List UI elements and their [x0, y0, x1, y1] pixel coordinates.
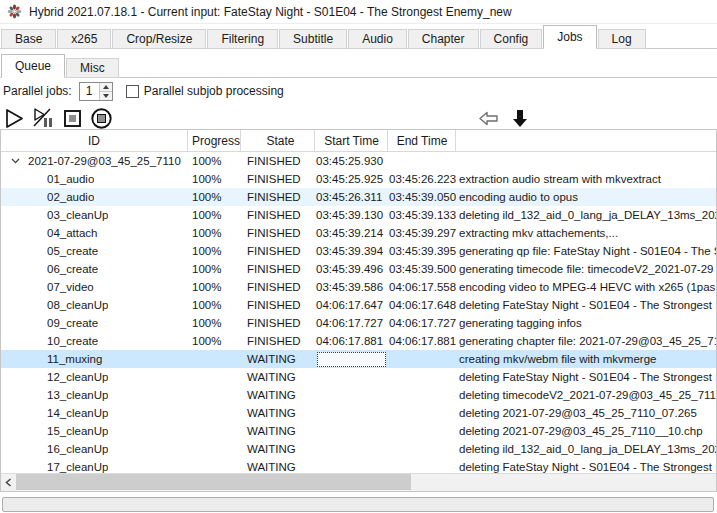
job-row[interactable]: 2021-07-29@03_45_25_7110100%FINISHED03:4…	[1, 152, 716, 170]
job-end-time-cell	[388, 422, 456, 440]
job-id: 11_muxing	[47, 353, 102, 365]
job-row[interactable]: 15_cleanUpWAITINGdeleting 2021-07-29@03_…	[1, 422, 716, 440]
job-end-time-cell: 03:45:39.395	[388, 242, 456, 260]
job-id-cell: 01_audio	[1, 170, 188, 188]
horizontal-scrollbar[interactable]	[1, 473, 716, 491]
job-row[interactable]: 06_create100%FINISHED03:45:39.49603:45:3…	[1, 260, 716, 278]
job-row[interactable]: 09_create100%FINISHED04:06:17.72704:06:1…	[1, 314, 716, 332]
tab-x265[interactable]: x265	[57, 29, 111, 49]
job-state-cell: FINISHED	[241, 152, 315, 170]
job-id-cell: 16_cleanUp	[1, 440, 188, 458]
parallel-subjob-label: Parallel subjob processing	[144, 84, 284, 98]
job-id: 03_cleanUp	[47, 209, 108, 221]
pause-resume-queue-button[interactable]	[31, 107, 55, 131]
start-queue-button[interactable]	[2, 107, 26, 131]
arrow-left-icon[interactable]	[477, 107, 500, 130]
job-id: 02_audio	[47, 191, 94, 203]
job-state-cell: WAITING	[241, 350, 315, 368]
job-start-time-cell: 03:45:39.214	[315, 224, 388, 242]
tab-config[interactable]: Config	[480, 29, 543, 49]
job-row[interactable]: 14_cleanUpWAITINGdeleting 2021-07-29@03_…	[1, 404, 716, 422]
job-progress-cell	[188, 368, 241, 386]
tab-subtitle[interactable]: Subtitle	[279, 29, 347, 49]
job-row[interactable]: 16_cleanUpWAITINGdeleting ild_132_aid_0_…	[1, 440, 716, 458]
job-id: 01_audio	[47, 173, 94, 185]
job-progress-cell: 100%	[188, 332, 241, 350]
job-state-cell: FINISHED	[241, 224, 315, 242]
column-header-progress[interactable]: Progress	[188, 130, 241, 151]
column-header-end-time[interactable]: End Time	[388, 130, 456, 151]
tab-crop-resize[interactable]: Crop/Resize	[112, 29, 206, 49]
job-id: 16_cleanUp	[47, 443, 108, 455]
arrow-down-icon[interactable]	[509, 107, 532, 130]
job-id-cell: 05_create	[1, 242, 188, 260]
subtab-queue[interactable]: Queue	[1, 54, 65, 78]
job-id: 13_cleanUp	[47, 389, 108, 401]
job-id: 05_create	[47, 245, 98, 257]
chevron-down-icon[interactable]	[11, 158, 20, 164]
job-description-cell: deleting ild_132_aid_0_lang_ja_DELAY_13m…	[456, 440, 716, 458]
jobs-table: IDProgressStateStart TimeEnd Time 2021-0…	[0, 129, 717, 492]
column-header-start-time[interactable]: Start Time	[315, 130, 388, 151]
window-title: Hybrid 2021.07.18.1 - Current input: Fat…	[29, 5, 512, 19]
job-id: 17_cleanUp	[47, 461, 108, 473]
parallel-subjob-checkbox[interactable]	[126, 85, 139, 98]
job-state-cell: WAITING	[241, 368, 315, 386]
job-id: 12_cleanUp	[47, 371, 108, 383]
job-progress-cell: 100%	[188, 242, 241, 260]
job-state-cell: FINISHED	[241, 332, 315, 350]
job-id: 15_cleanUp	[47, 425, 108, 437]
job-end-time-cell: 03:45:26.223	[388, 170, 456, 188]
job-state-cell: FINISHED	[241, 296, 315, 314]
tab-filtering[interactable]: Filtering	[207, 29, 278, 49]
job-row[interactable]: 05_create100%FINISHED03:45:39.39403:45:3…	[1, 242, 716, 260]
tab-base[interactable]: Base	[1, 29, 56, 49]
job-state-cell: FINISHED	[241, 242, 315, 260]
tab-audio[interactable]: Audio	[348, 29, 407, 49]
job-progress-cell	[188, 404, 241, 422]
focused-cell-outline[interactable]	[317, 352, 386, 367]
job-end-time-cell: 03:45:39.297	[388, 224, 456, 242]
job-description-cell: creating mkv/webm file with mkvmerge	[456, 350, 716, 368]
job-id-cell: 12_cleanUp	[1, 368, 188, 386]
tab-chapter[interactable]: Chapter	[408, 29, 479, 49]
job-id-cell: 10_create	[1, 332, 188, 350]
job-id: 14_cleanUp	[47, 407, 108, 419]
job-description-cell: generating timecode file: timecodeV2_202…	[456, 260, 716, 278]
tab-log[interactable]: Log	[598, 29, 646, 49]
job-start-time-cell	[315, 368, 388, 386]
job-id-cell: 02_audio	[1, 188, 188, 206]
hybrid-window: Hybrid 2021.07.18.1 - Current input: Fat…	[0, 0, 717, 513]
column-header-id[interactable]: ID	[1, 130, 188, 151]
job-row[interactable]: 10_create100%FINISHED04:06:17.88104:06:1…	[1, 332, 716, 350]
job-end-time-cell: 04:06:17.727	[388, 314, 456, 332]
scroll-left-button[interactable]	[1, 474, 16, 490]
tab-jobs[interactable]: Jobs	[543, 25, 596, 49]
job-progress-cell: 100%	[188, 278, 241, 296]
job-row[interactable]: 02_audio100%FINISHED03:45:26.31103:45:39…	[1, 188, 716, 206]
parallel-jobs-value[interactable]: 1	[80, 83, 99, 100]
bottom-progress-bar	[2, 497, 714, 512]
job-row[interactable]: 04_attach100%FINISHED03:45:39.21403:45:3…	[1, 224, 716, 242]
job-row[interactable]: 03_cleanUp100%FINISHED03:45:39.13003:45:…	[1, 206, 716, 224]
job-row[interactable]: 13_cleanUpWAITINGdeleting timecodeV2_202…	[1, 386, 716, 404]
parallel-jobs-spinner[interactable]: 1	[79, 82, 113, 101]
stop-queue-button[interactable]	[60, 107, 84, 131]
job-row[interactable]: 01_audio100%FINISHED03:45:25.92503:45:26…	[1, 170, 716, 188]
spin-up-icon[interactable]	[100, 83, 112, 92]
job-row[interactable]: 08_cleanUp100%FINISHED04:06:17.64704:06:…	[1, 296, 716, 314]
queue-controls: Parallel jobs: 1 Parallel subjob process…	[0, 80, 717, 102]
column-header-state[interactable]: State	[241, 130, 315, 151]
job-row[interactable]: 12_cleanUpWAITINGdeleting FateStay Night…	[1, 368, 716, 386]
subtab-misc[interactable]: Misc	[66, 58, 119, 78]
table-header: IDProgressStateStart TimeEnd Time	[1, 130, 716, 152]
scrollbar-thumb[interactable]	[16, 474, 411, 490]
stop-current-job-button[interactable]	[89, 107, 113, 131]
job-id-cell: 07_video	[1, 278, 188, 296]
job-start-time-cell	[315, 404, 388, 422]
main-tab-bar: Basex265Crop/ResizeFilteringSubtitleAudi…	[0, 25, 717, 49]
spin-down-icon[interactable]	[100, 92, 112, 100]
job-row[interactable]: 07_video100%FINISHED03:45:39.58604:06:17…	[1, 278, 716, 296]
job-row[interactable]: 11_muxingWAITINGcreating mkv/webm file w…	[1, 350, 716, 368]
job-description-cell: extracting mkv attachements,...	[456, 224, 716, 242]
